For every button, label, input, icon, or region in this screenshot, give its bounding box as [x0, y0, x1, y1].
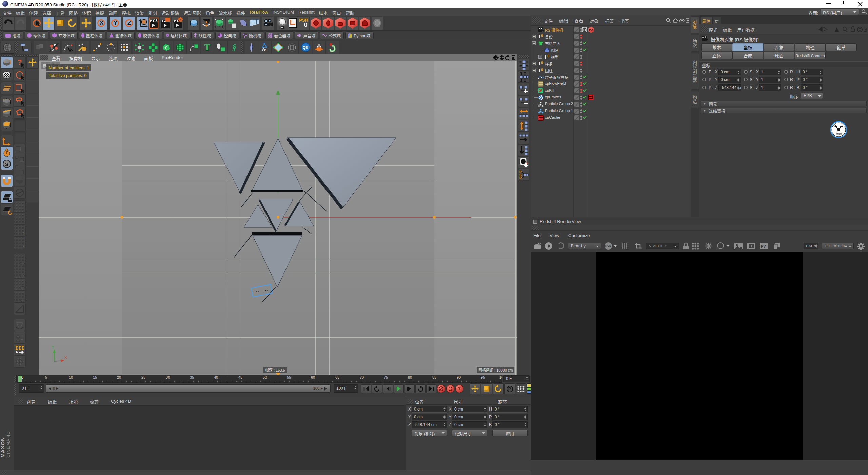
svg-text:行走者: 行走者	[836, 132, 842, 135]
svg-text:PV: PV	[761, 244, 766, 248]
svg-text:fx: fx	[262, 47, 266, 52]
svg-text:R: R	[519, 176, 522, 180]
svg-text:X: X	[64, 355, 67, 360]
svg-text:Y: Y	[52, 345, 54, 350]
